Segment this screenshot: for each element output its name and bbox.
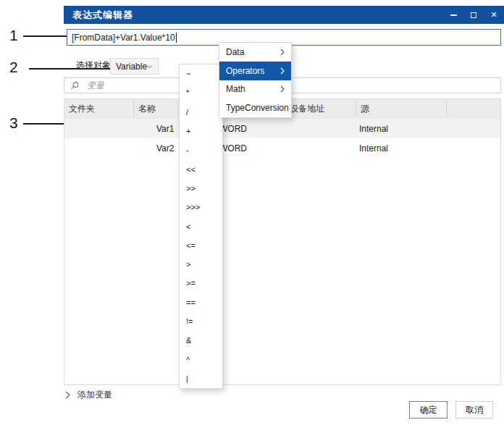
menu-item-typeconversion[interactable]: TypeConversion [219, 98, 291, 117]
chevron-down-icon [147, 64, 153, 69]
dialog-title: 表达式编辑器 [64, 9, 133, 22]
column-header-device-address[interactable]: 设备地址 [290, 99, 324, 119]
chevron-right-icon [65, 391, 70, 399]
dropdown-value: Variable [116, 62, 147, 72]
menu-item-label: Operators [226, 66, 264, 76]
annotation-line-1 [23, 35, 67, 37]
column-divider [356, 101, 356, 117]
annotation-line-3 [23, 123, 64, 125]
annotation-number-2: 2 [9, 59, 18, 76]
column-header-folder[interactable]: 文件夹 [69, 99, 95, 119]
menu-item-operator[interactable]: <= [180, 236, 222, 255]
close-icon: ✕ [490, 11, 497, 19]
menu-item-operator[interactable]: >> [180, 179, 222, 198]
menu-item-operator[interactable]: & [180, 331, 222, 350]
cell-source: Internal [359, 119, 388, 138]
search-placeholder: 变量 [87, 80, 104, 92]
menu-item-operator[interactable]: * [180, 83, 222, 102]
menu-item-label: Math [226, 84, 245, 94]
menu-item-operator[interactable]: << [180, 159, 222, 178]
cancel-button[interactable]: 取消 [455, 401, 493, 418]
ok-button[interactable]: 确定 [409, 401, 448, 418]
expression-text: [FromData]+Var1.Value*10 [72, 33, 175, 43]
column-header-source[interactable]: 源 [361, 99, 369, 119]
search-icon [70, 81, 80, 91]
menu-item-operator[interactable]: != [180, 312, 222, 331]
column-divider [133, 101, 134, 117]
select-object-label: 选择对象 [76, 59, 111, 72]
minimize-button[interactable] [449, 11, 458, 20]
menu-item-label: TypeConversion [226, 103, 289, 113]
menu-item-operator[interactable]: > [180, 255, 222, 274]
menu-item-label: Data [226, 47, 244, 57]
menu-item-operator[interactable]: >= [180, 274, 222, 293]
menu-item-operator[interactable]: == [180, 293, 222, 312]
column-divider [446, 101, 447, 117]
insert-context-menu: Data Operators Math TypeConversion [219, 42, 292, 118]
variable-table: 文件夹 名称 设备地址 源 Var1 WORD Internal Var2 WO… [64, 98, 501, 385]
annotation-number-1: 1 [9, 27, 18, 44]
annotation-number-3: 3 [9, 114, 18, 132]
chevron-right-icon [280, 85, 285, 93]
table-row-var1[interactable]: Var1 WORD Internal [64, 119, 500, 138]
expression-editor-dialog: 1 2 3 表达式编辑器 ✕ [FromData]+Var1.Value*10 … [0, 0, 504, 425]
menu-item-operators[interactable]: Operators [219, 62, 291, 80]
maximize-button[interactable] [469, 11, 478, 20]
cell-name: Var1 [156, 119, 174, 138]
add-variable-expander[interactable]: 添加变量 [65, 389, 112, 401]
menu-item-operator[interactable]: ~ [180, 64, 222, 83]
operators-submenu: ~ * / + - << >> >>> < <= > >= == != & ^ … [179, 64, 223, 389]
menu-item-operator[interactable]: + [180, 122, 222, 140]
menu-item-operator[interactable]: / [180, 103, 222, 122]
title-bar[interactable]: 表达式编辑器 ✕ [64, 6, 504, 24]
cell-data-type: WORD [219, 138, 247, 158]
menu-item-data[interactable]: Data [219, 43, 291, 62]
menu-item-operator[interactable]: >>> [180, 198, 222, 216]
menu-item-operator[interactable]: | [180, 369, 222, 388]
menu-item-operator[interactable]: - [180, 140, 222, 159]
window-controls: ✕ [449, 6, 498, 24]
cell-data-type: WORD [219, 119, 247, 138]
add-variable-label: 添加变量 [77, 389, 112, 401]
menu-item-operator[interactable]: < [180, 216, 222, 235]
text-cursor [176, 33, 177, 43]
chevron-right-icon [280, 67, 285, 75]
chevron-right-icon [280, 49, 285, 56]
menu-item-operator[interactable]: ^ [180, 350, 222, 369]
object-type-dropdown[interactable]: Variable [110, 58, 159, 75]
cell-name: Var2 [156, 138, 174, 158]
cell-source: Internal [359, 138, 388, 158]
column-header-name[interactable]: 名称 [138, 99, 156, 119]
close-button[interactable]: ✕ [490, 11, 498, 20]
menu-item-math[interactable]: Math [219, 80, 291, 99]
minimize-icon [450, 14, 457, 16]
maximize-icon [471, 12, 476, 18]
table-row-var2[interactable]: Var2 WORD Internal [64, 138, 500, 158]
